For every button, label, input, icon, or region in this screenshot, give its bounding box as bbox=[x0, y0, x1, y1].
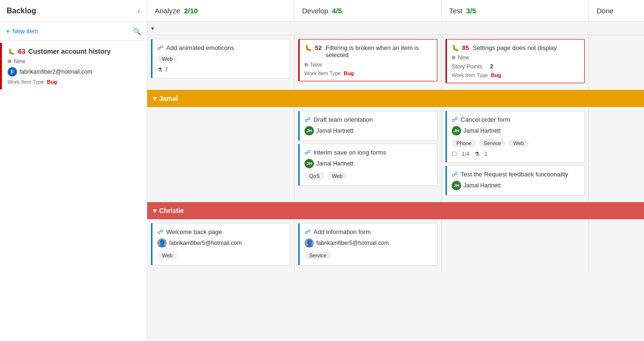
assignee-row: 👤 fabrikamfiber5@hotmail.com bbox=[157, 238, 285, 248]
card-title: ☍ Cancel order form bbox=[452, 116, 579, 123]
sidebar-header: Backlog ‹ bbox=[0, 0, 147, 22]
analyze-jamal bbox=[147, 107, 294, 202]
christie-label: Christie bbox=[159, 207, 184, 214]
assignee-name: fabrikamfiber5@hotmail.com bbox=[169, 240, 242, 246]
card-tags: QoS Web bbox=[304, 171, 432, 181]
new-item-button[interactable]: + New item bbox=[6, 27, 38, 36]
sidebar-chevron[interactable]: ‹ bbox=[138, 7, 140, 15]
col-header-develop: Develop 4/5 bbox=[294, 0, 442, 21]
chevron-down-icon: ▾ bbox=[153, 207, 156, 214]
card-cancel-order[interactable]: ☍ Cancel order form JH Jamal Hartnett Ph… bbox=[445, 111, 585, 163]
board-body: ▾ ☍ Add animated emoticons Web bbox=[147, 22, 644, 341]
card-title: 🐛 52 Filtering is broken when an item is… bbox=[304, 44, 432, 58]
card-id: 52 bbox=[315, 44, 322, 51]
col-header-test: Test 3/5 bbox=[442, 0, 589, 21]
flask-icon: ⚗ bbox=[157, 67, 162, 73]
card-title-text: Test the Request feedback functionality bbox=[461, 171, 568, 178]
assignee-row: JH Jamal Hartnett bbox=[304, 159, 432, 168]
card-test-count: ⚗ 7 bbox=[157, 67, 285, 73]
develop-christie: ☍ Add information form 👤 fabrikamfiber5@… bbox=[294, 219, 442, 272]
tag-service: Service bbox=[479, 139, 506, 147]
col-header-analyze: Analyze 2/10 bbox=[147, 0, 294, 21]
backlog-item-status: New bbox=[8, 58, 141, 65]
card-work-type: Work Item Type Bug bbox=[304, 70, 432, 76]
done-jamal bbox=[589, 107, 644, 202]
card-meta: ☐ 1/4 ⚗ 1 bbox=[452, 151, 579, 157]
card-filtering[interactable]: 🐛 52 Filtering is broken when an item is… bbox=[298, 39, 437, 81]
test-jamal: ☍ Cancel order form JH Jamal Hartnett Ph… bbox=[442, 107, 589, 202]
col-header-done: Done bbox=[589, 0, 644, 21]
card-add-animated[interactable]: ☍ Add animated emoticons Web ⚗ 7 bbox=[151, 39, 290, 78]
status-dot bbox=[8, 59, 11, 63]
work-item-type-value: Bug bbox=[47, 79, 57, 85]
christie-row: ☍ Welcome back page 👤 fabrikamfiber5@hot… bbox=[147, 219, 644, 272]
progress-icon: ☐ bbox=[452, 151, 457, 157]
card-title: ☍ Test the Request feedback functionalit… bbox=[452, 171, 579, 178]
jamal-label-analyze: ▾ Jamal bbox=[147, 90, 294, 107]
analyze-label: Analyze bbox=[155, 7, 180, 15]
board-headers: Analyze 2/10 Develop 4/5 Test 3/5 Done bbox=[147, 0, 644, 22]
card-title-text: Add animated emoticons bbox=[166, 44, 234, 51]
user-icon: 👤 bbox=[157, 238, 167, 248]
bug-icon: 🐛 bbox=[8, 48, 15, 55]
card-settings[interactable]: 🐛 85 Settings page does not display New … bbox=[445, 39, 585, 83]
card-id: 85 bbox=[462, 44, 469, 51]
tag-web: Web bbox=[157, 55, 177, 63]
tag-qos: QoS bbox=[304, 172, 324, 180]
card-title: 🐛 85 Settings page does not display bbox=[452, 44, 579, 51]
chevron-down-icon: ▾ bbox=[151, 25, 154, 32]
card-add-info[interactable]: ☍ Add information form 👤 fabrikamfiber5@… bbox=[298, 223, 437, 265]
tag-web: Web bbox=[509, 139, 529, 147]
assignee-name: Jamal Hartnett bbox=[316, 160, 353, 167]
bug-icon: 🐛 bbox=[452, 44, 459, 51]
jh-avatar: JH bbox=[304, 126, 314, 136]
assignee-row: 👤 fabrikamfiber5@hotmail.com bbox=[304, 238, 432, 248]
card-draft-team[interactable]: ☍ Draft team orientation JH Jamal Hartne… bbox=[298, 111, 437, 141]
backlog-item-title: 🐛 63 Customer account history bbox=[8, 48, 141, 55]
card-title: ☍ Interim save on long forms bbox=[304, 149, 432, 156]
jamal-header-fill bbox=[294, 90, 644, 107]
card-title: ☍ Draft team orientation bbox=[304, 116, 432, 123]
story-icon: ☍ bbox=[304, 228, 311, 235]
story-icon: ☍ bbox=[157, 228, 163, 235]
story-icon: ☍ bbox=[452, 116, 458, 123]
card-title-text: Filtering is broken when an item is sele… bbox=[325, 44, 432, 58]
christie-swimlane-header: ▾ Christie bbox=[147, 202, 644, 219]
tag-phone: Phone bbox=[452, 139, 476, 147]
backlog-item[interactable]: 🐛 63 Customer account history New F fabr… bbox=[0, 43, 147, 89]
assignee-name: Jamal Hartnett bbox=[464, 127, 501, 134]
card-title: ☍ Add animated emoticons bbox=[157, 44, 285, 51]
jh-avatar: JH bbox=[452, 181, 461, 190]
unassigned-row: ☍ Add animated emoticons Web ⚗ 7 bbox=[147, 35, 644, 90]
story-icon: ☍ bbox=[157, 44, 163, 51]
card-tags: Phone Service Web bbox=[452, 138, 579, 148]
progress-value: 1/4 bbox=[462, 151, 470, 157]
done-christie bbox=[589, 219, 644, 272]
sidebar-title: Backlog bbox=[7, 7, 36, 15]
assignee-row: JH Jamal Hartnett bbox=[452, 181, 579, 190]
card-welcome-back[interactable]: ☍ Welcome back page 👤 fabrikamfiber5@hot… bbox=[151, 223, 290, 265]
card-title: ☍ Add information form bbox=[304, 228, 432, 235]
test-label: Test bbox=[449, 7, 463, 15]
jh-avatar: JH bbox=[452, 126, 461, 136]
card-test-feedback[interactable]: ☍ Test the Request feedback functionalit… bbox=[445, 166, 585, 195]
user-icon: 👤 bbox=[304, 238, 314, 248]
new-item-label: New item bbox=[12, 28, 38, 35]
develop-unassigned: 🐛 52 Filtering is broken when an item is… bbox=[294, 35, 442, 90]
status-dot bbox=[304, 63, 308, 67]
card-interim-save[interactable]: ☍ Interim save on long forms JH Jamal Ha… bbox=[298, 144, 437, 186]
assignee-name: fabrikamfiber5@hotmail.com bbox=[316, 240, 389, 246]
christie-label-analyze: ▾ Christie bbox=[147, 202, 294, 219]
analyze-unassigned: ☍ Add animated emoticons Web ⚗ 7 bbox=[147, 35, 294, 90]
collapse-bar[interactable]: ▾ bbox=[147, 22, 644, 35]
card-title-text: Settings page does not display bbox=[473, 44, 557, 51]
user-email: fabrikamfiber2@hotmail.com bbox=[19, 68, 92, 75]
card-status: New bbox=[304, 61, 432, 68]
new-item-row: + New item 🔍 bbox=[0, 22, 147, 41]
search-icon[interactable]: 🔍 bbox=[133, 28, 141, 35]
test-unassigned: 🐛 85 Settings page does not display New … bbox=[442, 35, 589, 90]
flask-icon: ⚗ bbox=[474, 151, 480, 157]
develop-count: 4/5 bbox=[332, 7, 342, 15]
assignee-row: JH Jamal Hartnett bbox=[304, 126, 432, 136]
christie-header-fill bbox=[294, 202, 644, 219]
